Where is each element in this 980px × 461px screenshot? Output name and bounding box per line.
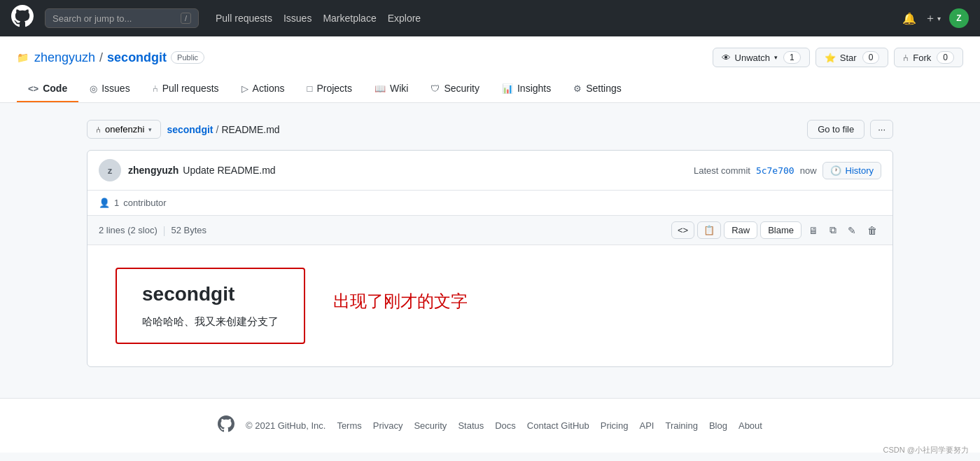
- branch-name: onefenzhi: [105, 124, 144, 135]
- breadcrumb-current-file: README.md: [221, 124, 279, 135]
- search-slash-icon: /: [181, 13, 191, 24]
- file-size-info: 52 Bytes: [171, 225, 206, 235]
- repo-actions: 👁 Unwatch ▾ 1 ⭐ Star 0 ⑃ Fork 0: [713, 48, 963, 67]
- watch-button[interactable]: 👁 Unwatch ▾ 1: [713, 48, 810, 67]
- tab-insights[interactable]: 📊 Insights: [491, 76, 562, 102]
- star-label: Star: [840, 53, 857, 63]
- repo-owner-link[interactable]: zhengyuzh: [34, 50, 95, 65]
- search-box[interactable]: Search or jump to... /: [45, 8, 199, 28]
- security-tab-icon: 🛡: [430, 83, 440, 94]
- readme-title: secondgit: [142, 283, 279, 305]
- projects-tab-label: Projects: [316, 83, 352, 94]
- fork-label: Fork: [913, 53, 931, 63]
- visibility-badge: Public: [171, 51, 204, 64]
- star-count: 0: [862, 51, 880, 64]
- contributors-count: 1: [114, 198, 119, 208]
- contributors-label: contributor: [123, 198, 166, 208]
- commit-hash-link[interactable]: 5c7e700: [756, 165, 794, 176]
- footer-contact-link[interactable]: Contact GitHub: [527, 420, 589, 431]
- footer-about-link[interactable]: About: [738, 420, 762, 431]
- nav-explore[interactable]: Explore: [388, 13, 421, 24]
- footer-pricing-link[interactable]: Pricing: [601, 420, 629, 431]
- readme-subtitle: 哈哈哈哈、我又来创建分支了: [142, 315, 279, 329]
- repo-separator: /: [99, 50, 103, 65]
- tab-security[interactable]: 🛡 Security: [419, 76, 491, 102]
- nav-marketplace[interactable]: Marketplace: [323, 13, 376, 24]
- repo-title-row: 📁 zhengyuzh / secondgit Public 👁 Unwatch…: [17, 48, 963, 76]
- commit-message: Update README.md: [183, 165, 275, 176]
- desktop-view-button[interactable]: 🖥: [804, 222, 822, 239]
- nav-issues[interactable]: Issues: [284, 13, 312, 24]
- create-button[interactable]: ＋ ▾: [925, 11, 941, 26]
- repo-header: 📁 zhengyuzh / secondgit Public 👁 Unwatch…: [0, 36, 980, 103]
- chevron-down-icon: ▾: [148, 126, 152, 133]
- readme-content: secondgit 哈哈哈哈、我又来创建分支了 出现了刚才的文字: [88, 245, 892, 366]
- fork-count: 0: [937, 51, 954, 64]
- commit-meta-header: z zhengyuzh Update README.md Latest comm…: [88, 151, 892, 191]
- latest-commit-label: Latest commit: [694, 165, 750, 176]
- file-toolbar-right: <> 📋 Raw Blame 🖥 ⧉ ✎ 🗑: [671, 221, 881, 239]
- commit-author: zhengyuzh: [128, 165, 178, 176]
- footer-terms-link[interactable]: Terms: [337, 420, 361, 431]
- history-button[interactable]: 🕐 History: [822, 162, 881, 179]
- copy-button[interactable]: ⧉: [825, 221, 841, 239]
- repo-name-link[interactable]: secondgit: [107, 50, 167, 65]
- readme-box: secondgit 哈哈哈哈、我又来创建分支了: [115, 268, 305, 344]
- breadcrumb-repo-link[interactable]: secondgit: [167, 124, 213, 135]
- footer-privacy-link[interactable]: Privacy: [373, 420, 403, 431]
- tab-settings[interactable]: ⚙ Settings: [562, 76, 633, 102]
- tab-code[interactable]: <> Code: [17, 76, 78, 102]
- top-nav-links: Pull requests Issues Marketplace Explore: [216, 13, 421, 24]
- avatar[interactable]: Z: [949, 8, 969, 28]
- goto-file-button[interactable]: Go to file: [807, 120, 864, 139]
- star-button[interactable]: ⭐ Star 0: [816, 48, 889, 67]
- tab-issues[interactable]: ◎ Issues: [78, 76, 141, 102]
- blame-button[interactable]: Blame: [760, 221, 802, 239]
- watch-dropdown-icon: ▾: [774, 54, 778, 61]
- footer-status-link[interactable]: Status: [458, 420, 484, 431]
- actions-tab-icon: ▷: [241, 83, 248, 94]
- tab-actions[interactable]: ▷ Actions: [230, 76, 296, 102]
- insights-tab-icon: 📊: [502, 83, 513, 94]
- footer-docs-link[interactable]: Docs: [495, 420, 516, 431]
- tab-wiki[interactable]: 📖 Wiki: [363, 76, 419, 102]
- more-options-button[interactable]: ···: [870, 120, 893, 139]
- actions-tab-label: Actions: [253, 83, 285, 94]
- file-section: z zhengyuzh Update README.md Latest comm…: [87, 150, 893, 367]
- delete-button[interactable]: 🗑: [863, 222, 881, 239]
- commit-right: Latest commit 5c7e700 now 🕐 History: [694, 162, 881, 179]
- notifications-button[interactable]: 🔔: [902, 12, 916, 25]
- top-nav-right: 🔔 ＋ ▾ Z: [902, 8, 969, 28]
- footer-github-logo-icon: [218, 415, 234, 432]
- fork-button[interactable]: ⑃ Fork 0: [894, 48, 963, 67]
- branch-selector[interactable]: ⑃ onefenzhi ▾: [87, 120, 161, 139]
- pr-tab-label: Pull requests: [162, 83, 219, 94]
- raw-button[interactable]: Raw: [724, 221, 757, 239]
- tab-projects[interactable]: □ Projects: [296, 76, 363, 102]
- footer-api-link[interactable]: API: [639, 420, 654, 431]
- commit-time: now: [800, 165, 817, 176]
- commit-info: zhengyuzh Update README.md: [128, 165, 276, 176]
- insights-tab-label: Insights: [517, 83, 551, 94]
- github-logo-icon[interactable]: [11, 5, 34, 32]
- code-view-button[interactable]: <>: [671, 221, 694, 239]
- footer-blog-link[interactable]: Blog: [709, 420, 727, 431]
- footer-training-link[interactable]: Training: [665, 420, 697, 431]
- branch-icon: ⑃: [96, 125, 101, 135]
- edit-button[interactable]: ✎: [844, 222, 860, 239]
- watch-count: 1: [783, 51, 801, 64]
- contributors-row: 👤 1 contributor: [88, 191, 892, 216]
- copy-raw-button[interactable]: 📋: [697, 221, 721, 239]
- projects-tab-icon: □: [307, 83, 313, 94]
- history-clock-icon: 🕐: [830, 165, 841, 176]
- history-label: History: [846, 165, 874, 176]
- file-line-info: 2 lines (2 sloc): [99, 225, 158, 235]
- issues-tab-icon: ◎: [90, 83, 97, 94]
- watch-label: Unwatch: [735, 53, 771, 63]
- eye-icon: 👁: [722, 53, 731, 63]
- footer-security-link[interactable]: Security: [414, 420, 447, 431]
- tab-pull-requests[interactable]: ⑃ Pull requests: [141, 76, 230, 102]
- nav-pull-requests[interactable]: Pull requests: [216, 13, 272, 24]
- star-icon: ⭐: [825, 53, 836, 63]
- footer: © 2021 GitHub, Inc. Terms Privacy Securi…: [0, 398, 980, 453]
